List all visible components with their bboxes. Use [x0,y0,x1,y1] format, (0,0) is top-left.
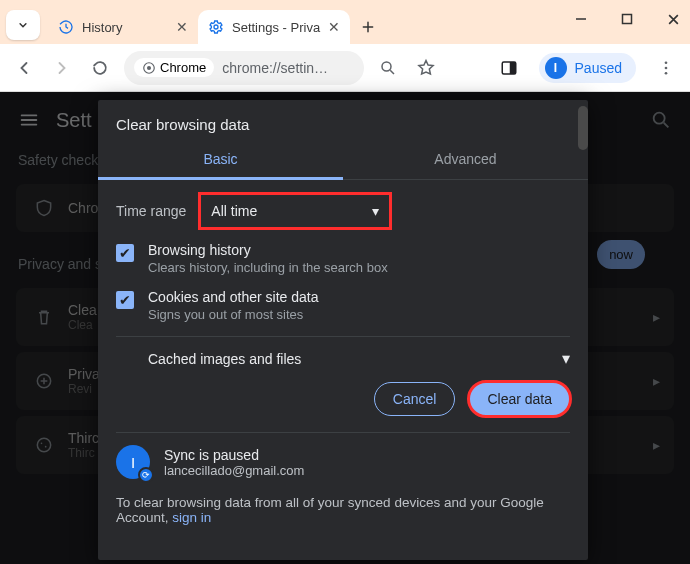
toolbar: Chrome chrome://settin… I Paused [0,44,690,92]
omnibox-url: chrome://settin… [222,60,328,76]
chevron-down-icon [16,18,30,32]
omnibox[interactable]: Chrome chrome://settin… [124,51,364,85]
kebab-icon [657,59,675,77]
close-window-button[interactable] [662,8,684,30]
tab-label: Basic [203,151,237,167]
sync-paused-badge-icon: ⟳ [138,467,154,483]
time-range-label: Time range [116,203,186,219]
profile-chip[interactable]: I Paused [539,53,636,83]
option-title: Cached images and files [116,351,301,367]
dialog-title: Clear browsing data [98,100,588,141]
tab-basic[interactable]: Basic [98,141,343,180]
plus-icon [360,19,376,35]
scrollbar-thumb[interactable] [578,106,588,150]
tab-advanced[interactable]: Advanced [343,141,588,180]
gear-icon [208,19,224,35]
tab-label: History [82,20,122,35]
arrow-left-icon [14,58,34,78]
avatar: I [545,57,567,79]
minimize-button[interactable] [570,8,592,30]
site-chip-label: Chrome [160,60,206,75]
star-icon [416,58,436,78]
svg-point-8 [665,66,668,69]
button-label: Clear data [487,391,552,407]
close-icon[interactable]: ✕ [328,19,340,35]
tab-history[interactable]: History ✕ [48,10,198,44]
dialog-body: Time range All time ▾ ✔ Browsing history… [98,180,588,368]
clear-data-button[interactable]: Clear data [469,382,570,416]
sync-email: lancecillado@gmail.com [164,463,304,478]
option-title: Browsing history [148,242,388,258]
side-panel-icon [500,59,518,77]
svg-point-9 [665,71,668,74]
time-range-row: Time range All time ▾ [116,194,570,228]
maximize-button[interactable] [616,8,638,30]
time-range-select[interactable]: All time ▾ [200,194,390,228]
checkbox-checked[interactable]: ✔ [116,244,134,262]
option-cached[interactable]: Cached images and files ▾ [116,336,570,368]
back-button[interactable] [10,54,38,82]
reload-button[interactable] [86,54,114,82]
sync-status-row[interactable]: I ⟳ Sync is paused lancecillado@gmail.co… [116,432,570,491]
zoom-button[interactable] [374,54,402,82]
sign-in-link[interactable]: sign in [172,510,211,525]
tab-label: Settings - Priva [232,20,320,35]
profile-chip-label: Paused [575,60,622,76]
bookmark-button[interactable] [412,54,440,82]
reload-icon [90,58,110,78]
tab-label: Advanced [434,151,496,167]
new-tab-button[interactable] [354,13,382,41]
sync-status-text: Sync is paused [164,447,304,463]
forward-button[interactable] [48,54,76,82]
history-icon [58,19,74,35]
side-panel-button[interactable] [495,54,523,82]
window-controls [570,8,684,30]
tab-settings[interactable]: Settings - Priva ✕ [198,10,350,44]
dialog-actions: Cancel Clear data [98,368,588,432]
dialog-tabs: Basic Advanced [98,141,588,180]
caret-down-icon: ▾ [562,349,570,368]
cancel-button[interactable]: Cancel [374,382,456,416]
option-sub: Signs you out of most sites [148,307,318,322]
chrome-icon [142,61,156,75]
svg-rect-6 [509,62,515,74]
option-sub: Clears history, including in the search … [148,260,388,275]
clear-browsing-data-dialog: Clear browsing data Basic Advanced Time … [98,100,588,560]
svg-point-7 [665,61,668,64]
button-label: Cancel [393,391,437,407]
avatar-initial: I [131,454,135,471]
caret-down-icon: ▾ [372,203,379,219]
close-icon[interactable]: ✕ [176,19,188,35]
avatar: I ⟳ [116,445,150,479]
svg-rect-1 [623,15,632,24]
dialog-footnote: To clear browsing data from all of your … [98,491,588,525]
magnifier-icon [379,59,397,77]
svg-point-0 [214,25,218,29]
option-browsing-history[interactable]: ✔ Browsing history Clears history, inclu… [116,242,570,275]
tab-strip: History ✕ Settings - Priva ✕ [48,10,382,44]
tab-search-button[interactable] [6,10,40,40]
arrow-right-icon [52,58,72,78]
option-title: Cookies and other site data [148,289,318,305]
option-cookies[interactable]: ✔ Cookies and other site data Signs you … [116,289,570,322]
svg-point-3 [147,65,151,69]
menu-button[interactable] [652,54,680,82]
time-range-value: All time [211,203,257,219]
checkbox-checked[interactable]: ✔ [116,291,134,309]
titlebar: History ✕ Settings - Priva ✕ [0,0,690,44]
site-chip[interactable]: Chrome [134,58,214,77]
svg-point-4 [382,62,391,71]
